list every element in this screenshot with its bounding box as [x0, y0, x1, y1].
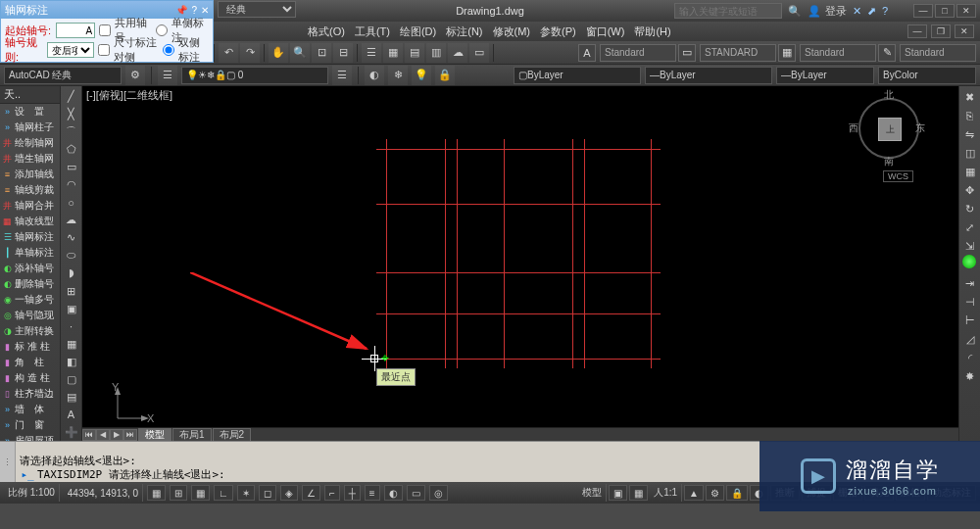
status-lock-icon[interactable]: 🔒 — [726, 485, 748, 501]
status-dyn-toggle[interactable]: ┼ — [344, 485, 361, 501]
circle-icon[interactable]: ○ — [63, 194, 80, 211]
redo-icon[interactable]: ↷ — [240, 43, 260, 63]
insert-icon[interactable]: ⊞ — [63, 283, 80, 300]
tianzheng-item-19[interactable]: »墙 体 — [0, 402, 60, 417]
status-osnap-toggle[interactable]: ◻ — [259, 485, 276, 501]
exchange-icon[interactable]: ✕ — [853, 5, 861, 18]
status-snap-toggle[interactable]: ⊞ — [170, 485, 187, 501]
tool-palette-icon[interactable]: ▤ — [405, 43, 424, 63]
tianzheng-title[interactable]: 天.. — [0, 86, 60, 104]
mlstyle-combo[interactable]: Standard — [900, 44, 976, 62]
status-qp-toggle[interactable]: ▭ — [407, 485, 425, 501]
erase-icon[interactable]: ✖ — [961, 88, 979, 106]
tab-layout1[interactable]: 布局1 — [172, 428, 212, 442]
layer-combo[interactable]: 💡☀❄🔒▢ 0 — [181, 67, 328, 84]
tianzheng-item-1[interactable]: »轴网柱子 — [0, 120, 60, 135]
axis-rule-select[interactable]: 变后项 — [47, 42, 94, 58]
model-viewport[interactable]: [-][俯视][二维线框] ⌖ 最近点 Y X — [82, 86, 958, 441]
menu-tools[interactable]: 工具(T) — [351, 24, 394, 39]
status-model-space[interactable]: 模型 — [578, 484, 607, 502]
tab-next-icon[interactable]: ▶ — [110, 429, 123, 441]
addselected-icon[interactable]: ➕ — [63, 424, 80, 441]
minimize-button[interactable]: — — [913, 4, 933, 18]
tab-last-icon[interactable]: ⏭ — [123, 429, 137, 441]
tianzheng-item-18[interactable]: ▯柱齐墙边 — [0, 386, 60, 402]
text-icon[interactable]: A — [63, 407, 80, 423]
menu-help[interactable]: 帮助(H) — [630, 24, 674, 39]
tianzheng-item-10[interactable]: ◐添补轴号 — [0, 261, 60, 276]
tianzheng-item-6[interactable]: 井轴网合并 — [0, 198, 60, 214]
share-axis-checkbox[interactable] — [99, 24, 111, 36]
status-3dosnap-toggle[interactable]: ◈ — [280, 485, 298, 501]
properties-icon[interactable]: ☰ — [362, 43, 381, 63]
workspace-combo[interactable]: AutoCAD 经典 — [4, 67, 122, 84]
status-ws-icon[interactable]: ⚙ — [706, 485, 724, 501]
pan-icon[interactable]: ✋ — [269, 43, 288, 63]
tianzheng-item-2[interactable]: 井绘制轴网 — [0, 135, 60, 151]
layer-freeze-icon[interactable]: ❄ — [388, 66, 408, 85]
status-sc-toggle[interactable]: ◎ — [429, 485, 448, 501]
plotstyle-combo[interactable]: ByColor — [878, 67, 976, 84]
status-infer-toggle[interactable]: ▦ — [147, 485, 166, 501]
tianzheng-item-3[interactable]: 井墙生轴网 — [0, 151, 60, 167]
gradient-icon[interactable]: ◧ — [63, 354, 80, 370]
status-scale[interactable]: 比例 1:100 — [4, 484, 60, 502]
login-button[interactable]: 👤 登录 — [808, 4, 847, 19]
array-icon[interactable]: ▦ — [961, 163, 979, 180]
tianzheng-item-0[interactable]: »设 置 — [0, 104, 60, 120]
ellipse-icon[interactable]: ⬭ — [63, 247, 80, 264]
viewcube-top[interactable]: 上 — [878, 118, 902, 141]
revcloud-icon[interactable]: ☁ — [63, 212, 80, 228]
tianzheng-item-21[interactable]: »房间屋顶 — [0, 433, 60, 441]
menu-format[interactable]: 格式(O) — [304, 24, 349, 39]
status-tpy-toggle[interactable]: ◐ — [384, 485, 403, 501]
spline-icon[interactable]: ∿ — [63, 229, 80, 246]
pline-icon[interactable]: ⌒ — [63, 123, 80, 140]
command-handle[interactable]: ⋮ — [0, 442, 16, 482]
line-icon[interactable]: ╱ — [63, 88, 80, 105]
doc-restore-button[interactable]: ❐ — [931, 24, 951, 38]
zoom-window-icon[interactable]: ⊡ — [312, 43, 331, 63]
chamfer-icon[interactable]: ◿ — [961, 330, 979, 348]
tianzheng-item-16[interactable]: ▮角 柱 — [0, 355, 60, 370]
tab-layout2[interactable]: 布局2 — [213, 428, 252, 442]
mlstyle-icon[interactable]: ✎ — [878, 44, 896, 62]
zoom-prev-icon[interactable]: ⊟ — [333, 43, 353, 63]
menu-modify[interactable]: 修改(M) — [489, 24, 535, 39]
doc-minimize-button[interactable]: — — [907, 24, 927, 38]
workspace-quick-select[interactable]: 经典 — [218, 1, 296, 18]
rect-icon[interactable]: ▭ — [63, 159, 80, 175]
start-axis-input[interactable] — [56, 23, 95, 38]
menu-dim[interactable]: 标注(N) — [442, 24, 486, 39]
region-icon[interactable]: ▢ — [63, 371, 80, 388]
undo-icon[interactable]: ↶ — [219, 43, 238, 63]
view-cube[interactable]: 上 北 南 东 西 — [851, 90, 927, 167]
compass-n[interactable]: 北 — [884, 88, 894, 102]
close-button[interactable]: ✕ — [956, 4, 976, 18]
status-otrack-toggle[interactable]: ∠ — [302, 485, 320, 501]
both-side-radio[interactable] — [163, 44, 174, 56]
tianzheng-item-17[interactable]: ▮构 造 柱 — [0, 370, 60, 386]
menu-draw[interactable]: 绘图(D) — [396, 24, 440, 39]
tab-model[interactable]: 模型 — [138, 428, 172, 442]
polygon-icon[interactable]: ⬠ — [63, 141, 80, 158]
menu-window[interactable]: 窗口(W) — [582, 24, 629, 39]
wcs-label[interactable]: WCS — [883, 170, 913, 182]
lineweight-combo[interactable]: — ByLayer — [776, 67, 874, 84]
status-quickview-icon[interactable]: ▦ — [629, 485, 648, 501]
status-ortho-toggle[interactable]: ∟ — [214, 485, 233, 501]
ellipse-arc-icon[interactable]: ◗ — [63, 264, 80, 281]
doc-close-button[interactable]: ✕ — [955, 24, 974, 38]
help-icon[interactable]: ? — [882, 5, 888, 18]
mirror-icon[interactable]: ⇋ — [961, 125, 979, 143]
point-icon[interactable]: · — [63, 318, 80, 335]
calc-icon[interactable]: ▭ — [469, 43, 489, 63]
status-lwt-toggle[interactable]: ≡ — [365, 485, 380, 501]
sheet-set-icon[interactable]: ▥ — [426, 43, 446, 63]
status-grid-toggle[interactable]: ▦ — [191, 485, 210, 501]
maximize-button[interactable]: □ — [935, 4, 955, 18]
extend-icon[interactable]: ⇥ — [961, 274, 979, 292]
break-icon[interactable]: ⊣ — [961, 293, 979, 311]
tianzheng-item-5[interactable]: ≡轴线剪裁 — [0, 182, 60, 198]
search-icon[interactable]: 🔍 — [788, 5, 802, 18]
